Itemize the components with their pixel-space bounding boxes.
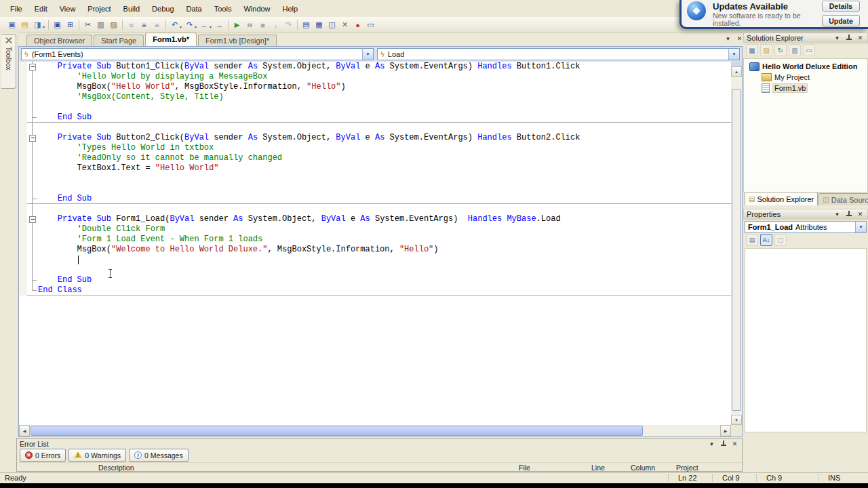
chevron-down-icon[interactable]: ▼ [855,222,866,232]
object-browser-icon[interactable]: ◫ [326,18,338,31]
dropdown-arrow-icon[interactable]: ▾ [195,24,197,29]
fold-collapse-icon[interactable] [27,62,38,72]
code-line[interactable] [19,184,731,194]
toolbox-icon[interactable]: ✕ [338,18,351,31]
chevron-down-icon[interactable]: ▼ [728,49,739,60]
vertical-scroll-thumb[interactable] [732,89,741,411]
code-line[interactable]: End Sub [19,275,731,285]
properties-object-dropdown[interactable]: Form1_Load Attributes ▼ [745,221,867,233]
code-line[interactable] [19,255,731,265]
scroll-down-icon[interactable]: ▼ [731,415,742,425]
auto-hide-pin-icon[interactable] [719,440,728,448]
code-line[interactable] [19,123,731,133]
code-line[interactable]: Private Sub Button2_Click(ByVal sender A… [19,133,731,143]
copy-icon[interactable]: ▥ [94,18,107,31]
command-window-icon[interactable]: ▭ [364,18,377,31]
details-button[interactable]: Details [822,1,860,12]
menu-project[interactable]: Project [81,3,117,15]
code-line[interactable]: MsgBox("Hello World", MsgBoxStyle.Inform… [19,82,731,92]
dock-tab-data-sources[interactable]: ◫Data Sources [818,193,868,205]
view-code-icon[interactable]: ▥ [789,44,801,56]
properties-window-icon[interactable]: ▦ [313,18,326,31]
auto-hide-pin-icon[interactable] [844,34,853,42]
column-file[interactable]: File [519,464,530,472]
menu-build[interactable]: Build [117,3,146,15]
close-icon[interactable]: ✕ [856,210,865,218]
column-description[interactable]: Description [98,464,134,472]
categorized-icon[interactable]: ▤ [746,234,758,246]
code-line[interactable]: TextBox1.Text = "Hello World" [19,163,731,174]
show-all-files-icon[interactable]: ▤ [760,44,772,56]
code-line[interactable] [19,174,731,184]
code-line[interactable]: End Class [19,285,731,296]
warnings-filter-button[interactable]: 0 Warnings [68,449,126,462]
step-over-icon[interactable]: ↷ [282,18,295,31]
update-button[interactable]: Update [822,15,860,26]
active-files-dropdown-icon[interactable]: ▾ [724,35,732,43]
refresh-icon[interactable]: ↻ [774,44,787,56]
window-menu-icon[interactable]: ▾ [707,440,716,448]
code-line[interactable]: 'Form 1 Load Event - When Form 1 loads [19,235,731,245]
code-line[interactable]: Private Sub Form1_Load(ByVal sender As S… [19,214,731,224]
scroll-up-icon[interactable]: ▲ [731,66,742,77]
menu-window[interactable]: Window [237,3,276,15]
event-dropdown[interactable]: ϟ Load ▼ [377,48,740,60]
cut-icon[interactable]: ✂ [81,18,94,31]
dock-tab-solution-explorer[interactable]: ▤Solution Explorer [745,192,818,205]
pause-icon[interactable]: ▮▮ [243,18,256,31]
tab-start-page[interactable]: Start Page [94,35,144,46]
object-dropdown[interactable]: ϟ (Form1 Events) ▼ [21,48,374,60]
chevron-down-icon[interactable]: ▼ [362,49,373,60]
step-into-icon[interactable]: ↓ [269,18,282,31]
tree-item-hello-world-deluxe-edition[interactable]: Hello World Deluxe Edition [744,61,867,72]
messages-filter-button[interactable]: i0 Messages [129,449,189,462]
errors-filter-button[interactable]: ✕0 Errors [20,449,66,462]
fold-collapse-icon[interactable] [27,214,38,224]
fold-collapse-icon[interactable] [27,133,38,143]
menu-view[interactable]: View [54,3,82,15]
paste-icon[interactable]: ▨ [107,18,120,31]
stop-icon[interactable]: ■ [256,18,269,31]
code-line[interactable]: End Sub [19,194,731,204]
code-line[interactable]: 'Types Hello World in txtbox [19,143,731,153]
toolbox-tab[interactable]: Toolbox [1,34,16,89]
alphabetical-icon[interactable]: A↓ [760,234,772,246]
menu-tools[interactable]: Tools [208,3,238,15]
tab-form1-vb[interactable]: Form1.vb* [145,33,197,46]
save-all-icon[interactable]: ⊞ [64,18,77,31]
menu-help[interactable]: Help [277,3,304,15]
dropdown-arrow-icon[interactable]: ▾ [180,24,182,29]
window-menu-icon[interactable]: ▾ [833,34,842,42]
code-line[interactable]: 'MsgBox(Content, Style, Title) [19,92,731,102]
code-line[interactable]: Private Sub Button1_Click(ByVal sender A… [19,62,731,72]
dropdown-arrow-icon[interactable]: ▾ [210,24,212,29]
navigate-forward-icon[interactable]: → [213,18,226,31]
window-menu-icon[interactable]: ▾ [833,210,842,218]
properties-icon[interactable]: ▦ [746,44,758,56]
code-line[interactable]: 'ReadOnly so it cannot be manually chang… [19,153,731,163]
code-area[interactable]: Private Sub Button1_Click(ByVal sender A… [19,62,731,425]
scroll-left-icon[interactable]: ◀ [19,425,30,436]
code-line[interactable]: End Sub [19,113,731,123]
tree-item-form1-vb[interactable]: Form1.vb [744,83,867,94]
menu-edit[interactable]: Edit [28,3,54,15]
column-project[interactable]: Project [676,464,698,472]
code-line[interactable]: MsgBox("Welcome to Hello World Deluxe.",… [19,245,731,255]
view-designer-icon[interactable]: ▭ [803,44,815,56]
new-project-icon[interactable]: ▣ [5,18,18,31]
scroll-right-icon[interactable]: ▶ [720,425,731,436]
dropdown-arrow-icon[interactable]: ▾ [43,24,45,29]
auto-hide-pin-icon[interactable] [844,210,853,218]
code-line[interactable]: 'Hello World by displaying a MessageBox [19,72,731,82]
close-icon[interactable]: ✕ [730,440,739,448]
find-icon[interactable]: ○ [125,18,138,31]
horizontal-scroll-thumb[interactable] [31,426,643,436]
uncomment-icon[interactable]: ≡ [151,18,163,31]
menu-data[interactable]: Data [180,3,208,15]
vertical-scrollbar[interactable]: ▲ ▼ [731,62,742,425]
code-line[interactable] [19,204,731,214]
column-line[interactable]: Line [591,464,605,472]
horizontal-scrollbar[interactable]: ◀ ▶ [19,425,731,436]
save-icon[interactable]: ▣ [51,18,64,31]
comment-icon[interactable]: ≡ [138,18,151,31]
